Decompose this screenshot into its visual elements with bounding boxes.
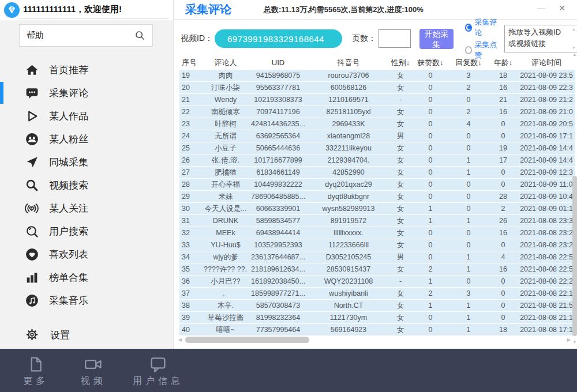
fans-icon	[24, 131, 39, 146]
minimize-button[interactable]: —	[533, 0, 550, 16]
table-cell: dyq201qxac29	[309, 180, 388, 189]
bottombar-item[interactable]: 更多	[17, 355, 54, 387]
table-cell: 2021-08-08 22:2	[518, 277, 575, 285]
vscroll-thumb[interactable]	[572, 176, 577, 336]
table-row[interactable]: 19肉肉94158968075rourou73706女03182021-08-0…	[179, 70, 575, 81]
scroll-down-icon[interactable]: ▼	[572, 45, 576, 51]
bottombar-item[interactable]: 用户信息	[133, 355, 183, 387]
radio-collect-comments[interactable]: 采集评论	[465, 17, 499, 38]
table-cell: 2021-08-09 21:2	[518, 96, 575, 104]
table-cell: 21	[179, 96, 204, 104]
table-cell: 0	[448, 241, 489, 249]
table-row[interactable]: 25小豆子50665444636332211likeyou女00192021-0…	[179, 142, 575, 154]
column-header: 抖音号	[309, 58, 388, 68]
scroll-left-icon[interactable]: ◀	[178, 337, 182, 342]
table-cell: 1	[448, 253, 489, 261]
bottombar-item[interactable]: 视频	[75, 355, 112, 387]
help-search-box[interactable]: 帮助	[19, 24, 153, 47]
table-row[interactable]: 29米妹786906485885...dyqtf8ukbgnr女00282021…	[179, 191, 575, 202]
table-row[interactable]: 26张.倩.溶.1017166778992129394704.女01172021…	[179, 154, 575, 166]
column-header[interactable]: 性别↓	[388, 58, 413, 68]
table-cell: DRUNK	[204, 217, 248, 225]
table-row[interactable]: 35????许?? ??...218189612634...2853091543…	[179, 263, 575, 275]
table-cell: 2	[448, 84, 489, 92]
start-collect-button[interactable]: 开始采集	[419, 29, 454, 49]
table-cell: 2021-08-08 22:5	[518, 265, 575, 273]
chat-icon	[148, 355, 168, 374]
table-cell: 185998977271...	[248, 289, 309, 297]
app-logo-icon: S	[4, 2, 20, 18]
table-cell: wushiyibanli	[309, 289, 388, 297]
dropzone-input[interactable]: 拖放导入视频ID或视频链接 ▲ ▼	[504, 25, 577, 52]
table-cell: 2	[448, 108, 489, 116]
sidebar-item[interactable]: 某人粉丝	[0, 127, 173, 150]
radio-selected-icon[interactable]	[465, 24, 472, 32]
table-cell: 女	[388, 325, 413, 335]
table-cell: D3052105245	[309, 253, 388, 261]
sidebar-item[interactable]: 某人关注	[0, 197, 173, 220]
table-row[interactable]: 20汀味小柒95563377781600568126女02162021-08-0…	[179, 82, 575, 93]
table-cell: 30	[179, 205, 204, 213]
table-cell: 女	[388, 144, 413, 153]
scroll-down-icon[interactable]: ▼	[572, 340, 577, 345]
close-button[interactable]: ✕	[553, 0, 571, 16]
table-row[interactable]: 27肥橘猫6183466114942852990女0102021-08-09 1…	[179, 167, 575, 178]
table-cell: 1	[413, 277, 448, 285]
radio-collect-likes[interactable]: 采集点赞	[465, 40, 499, 61]
table-row[interactable]: 40嘻嘻~77357995464569164923女01182021-08-08…	[179, 324, 575, 336]
table-cell: 0	[413, 326, 448, 334]
table-cell: 4	[448, 120, 489, 128]
hscroll-thumb[interactable]	[185, 337, 309, 343]
sidebar-item[interactable]: 用户搜索	[0, 220, 173, 243]
table-row[interactable]: 37。185998977271...wushiyibanli女2302021-0…	[179, 288, 575, 299]
table-row[interactable]: 24无所谓63692565364xiaotangmi28男0002021-08-…	[179, 130, 575, 142]
sidebar-item[interactable]: 榜单合集	[0, 266, 173, 289]
table-cell: 0	[489, 168, 518, 176]
sidebar-item[interactable]: 喜欢列表	[0, 243, 173, 266]
horizontal-scrollbar[interactable]: ◀ ▶	[178, 336, 571, 344]
table-row[interactable]: 34wjy的爹236137644687...D3052105245男014202…	[179, 251, 575, 263]
sidebar-item[interactable]: 采集音乐	[0, 289, 173, 312]
page-title: 采集评论	[185, 2, 231, 17]
table-row[interactable]: 28开心幸福104499832222dyq201qxac29女0002021-0…	[179, 179, 575, 190]
sidebar-item-settings[interactable]: 设置	[0, 324, 173, 346]
sidebar-item[interactable]: 采集评论	[0, 81, 173, 104]
table-cell: 1	[413, 217, 448, 225]
search-icon[interactable]	[134, 29, 147, 42]
column-header[interactable]: 获赞数↓	[413, 58, 448, 68]
collect-mode-radios: 采集评论 采集点赞	[465, 17, 499, 61]
table-row[interactable]: 30今天人设是...60663339901wysn582989913女10220…	[179, 203, 575, 214]
table-cell: 25	[179, 144, 204, 152]
table-cell: 南栀倾寒	[204, 107, 248, 117]
title-underline	[19, 18, 168, 19]
sidebar-item-label: 采集评论	[49, 86, 88, 100]
table-cell: 26	[489, 217, 518, 225]
table-cell: 2	[413, 265, 448, 273]
scroll-up-icon[interactable]: ▲	[572, 27, 576, 33]
video-id-input[interactable]	[215, 29, 342, 48]
scroll-right-icon[interactable]: ▶	[567, 337, 571, 342]
pages-input[interactable]	[379, 29, 411, 48]
table-row[interactable]: 33YU-Huu$103529952393112233666lll女000202…	[179, 239, 575, 251]
table-row[interactable]: 31DRUNK58598534577891919572女11262021-08-…	[179, 215, 575, 227]
file-icon	[27, 355, 45, 374]
radio-unselected-icon[interactable]	[465, 46, 472, 54]
table-row[interactable]: 36小月巴??161892038450...WQY20231108-100202…	[179, 276, 575, 287]
column-header: 评论人	[204, 58, 248, 68]
sidebar-item[interactable]: 同城采集	[0, 150, 173, 174]
help-search-placeholder: 帮助	[20, 30, 134, 41]
sidebar-item[interactable]: 首页推荐	[0, 58, 173, 81]
table-row[interactable]: 32MEEk69438944414llllllxxxxx.女00162021-0…	[179, 227, 575, 239]
table-row[interactable]: 38木辛.58570308473North.CT女1102021-08-08 2…	[179, 300, 575, 311]
table-cell: 0	[413, 180, 448, 189]
table-row[interactable]: 23叶辞柯424814436235...2969433K女0402021-08-…	[179, 118, 575, 130]
sidebar-item[interactable]: 视频搜索	[0, 174, 173, 197]
vertical-scrollbar[interactable]: ▲ ▼	[572, 52, 577, 346]
table-row[interactable]: 39草莓沙拉酱819982323641121730ym女0102021-08-0…	[179, 312, 575, 323]
scroll-up-icon[interactable]: ▲	[572, 52, 577, 57]
sidebar-item[interactable]: 某人作品	[0, 104, 173, 127]
table-row[interactable]: 22南栀倾寒70974117196825181105yxl女02162021-0…	[179, 106, 575, 118]
table-cell: 94158968075	[248, 71, 309, 80]
table-cell: 0	[489, 301, 518, 310]
table-row[interactable]: 21Wendy1021933083731210169571-00212021-0…	[179, 94, 575, 105]
